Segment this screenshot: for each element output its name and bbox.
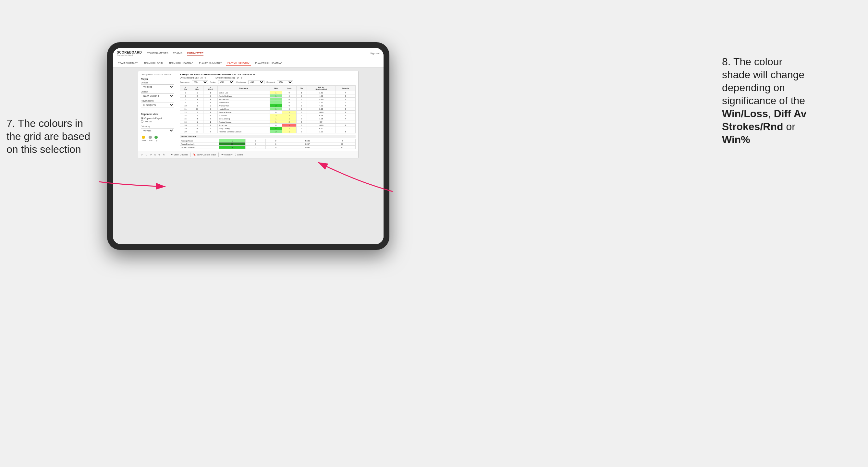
cell-reg: 2 <box>191 124 204 127</box>
cell-rounds: 9 <box>336 114 355 117</box>
cell-loss: 0 <box>282 94 296 98</box>
view-original-btn[interactable]: 👁 View: Original <box>171 154 188 156</box>
sub-nav-player-h2h-heatmap[interactable]: PLAYER H2H HEATMAP <box>254 61 284 65</box>
sign-out[interactable]: Sign out <box>370 52 380 55</box>
cell-conf: 3 <box>204 104 217 107</box>
main-data-table: #Div #Reg #Conf Opponent Win Loss Tie Di… <box>180 85 355 133</box>
annotation-right-bold1: Win/Loss <box>722 108 768 119</box>
cell-tie: 0 <box>296 98 307 101</box>
col-loss: Loss <box>282 86 296 91</box>
region-filter[interactable]: (All) <box>218 80 234 84</box>
cell-loss: 1 <box>282 130 296 133</box>
sub-nav-team-h2h-grid[interactable]: TEAM H2H GRID <box>143 61 164 65</box>
opponent-filter[interactable]: (All) <box>277 80 293 84</box>
cell-diff: 1.33 <box>307 130 336 133</box>
nav-committee[interactable]: COMMITTEE <box>187 51 204 56</box>
ood-win: 15 <box>219 143 246 146</box>
cell-rounds: 6 <box>336 130 355 133</box>
radio-opponents-circle <box>141 117 144 119</box>
annotation-right-line3: depending on <box>722 82 785 93</box>
cell-diff: 1.25 <box>307 117 336 120</box>
player-section-title: Player <box>141 77 174 81</box>
nav-tournaments[interactable]: TOURNAMENTS <box>147 51 168 56</box>
sub-nav-team-h2h-heatmap[interactable]: TEAM H2H HEATMAP <box>167 61 195 65</box>
ood-opponent: NAIA Division 1 <box>180 143 219 146</box>
col-rounds: Rounds <box>336 86 355 91</box>
ood-diff: 4.500 <box>286 139 329 143</box>
cell-reg: 1 <box>191 91 204 94</box>
cell-rounds: 3 <box>336 94 355 98</box>
opponents-filter[interactable]: (All) <box>192 80 208 84</box>
player-rank-select[interactable]: 8. Katelyn Vo <box>141 102 174 107</box>
cell-div: 11 <box>180 107 191 111</box>
player-rank-label: Player (Rank) <box>141 100 174 102</box>
opponent-view-label: Opponent view <box>141 113 174 116</box>
bottom-toolbar: ↺ ↻ ↺ ⎘ ⊕ ⏱ 👁 View: Original 🔖 Save Cust… <box>138 151 358 158</box>
gender-label: Gender <box>141 82 174 84</box>
division-record: Division Record: 331 - 34 - 6 <box>215 76 242 79</box>
ood-table-row: NAIA Division 1 15 0 0 9.267 30 <box>180 143 355 146</box>
division-label: Division <box>141 91 174 93</box>
conference-filter-label: Conference <box>236 81 246 83</box>
cell-div: 19 <box>180 127 191 130</box>
cell-conf: 6 <box>204 127 217 130</box>
sub-nav-team-summary[interactable]: TEAM SUMMARY <box>117 61 139 65</box>
gender-select[interactable]: Women's <box>141 84 174 89</box>
cell-tie: 0 <box>296 104 307 107</box>
cell-tie: 1 <box>296 91 307 94</box>
table-row: 13 1 1 Jessica Huang 0 1 0 -3.00 2 <box>180 111 355 114</box>
division-select[interactable]: NCAA Division III <box>141 93 174 98</box>
nav-teams[interactable]: TEAMS <box>173 51 182 56</box>
cell-reg: 1 <box>191 111 204 114</box>
cell-div: 20 <box>180 130 191 133</box>
cell-opponent: Sharon Mun <box>217 101 270 104</box>
paste-btn[interactable]: ⊕ <box>158 154 160 156</box>
cell-loss: 1 <box>282 111 296 114</box>
cell-reg: 2 <box>191 94 204 98</box>
cell-div: 18 <box>180 124 191 127</box>
annotation-right-bold3: Win% <box>722 134 750 145</box>
colour-by-select[interactable]: Win/loss <box>141 128 174 133</box>
col-conf: #Conf <box>204 86 217 91</box>
cell-div: 13 <box>180 111 191 114</box>
cell-diff: 3.67 <box>307 101 336 104</box>
cell-opponent: Euna Lee <box>217 124 270 127</box>
eye-icon: 👁 <box>171 154 173 156</box>
cell-diff: 4.00 <box>307 94 336 98</box>
colour-by-label: Colour by <box>141 125 174 128</box>
radio-opponents[interactable]: Opponents Played <box>141 117 174 119</box>
ood-tie: 0 <box>266 139 286 143</box>
save-custom-btn[interactable]: 🔖 Save Custom View <box>193 154 216 156</box>
divider3 <box>218 153 219 157</box>
cell-reg: 8 <box>191 117 204 120</box>
right-annotation: 8. The colour shade will change dependin… <box>722 55 862 146</box>
undo-btn[interactable]: ↺ <box>141 154 143 156</box>
cell-conf: 4 <box>204 101 217 104</box>
cell-rounds: 2 <box>336 124 355 127</box>
table-row: 5 2 2 Alexis Sudjianto 1 0 0 4.00 3 <box>180 94 355 98</box>
conference-filter[interactable]: (All) <box>248 80 265 84</box>
annotation-right-line5: Strokes/Rnd <box>722 121 783 132</box>
share-btn[interactable]: ⤴ Share <box>235 154 243 156</box>
redo-btn[interactable]: ↻ <box>145 154 147 156</box>
cell-div: 10 <box>180 104 191 107</box>
sub-nav-player-h2h-grid[interactable]: PLAYER H2H GRID <box>226 61 251 66</box>
table-row: 15 8 5 Stella Cheng 1 1 0 1.25 4 <box>180 117 355 120</box>
cell-conf: 1 <box>204 91 217 94</box>
cell-reg: 3 <box>191 98 204 101</box>
cell-win: 0 <box>270 111 282 114</box>
main-content: Last Updated: 27/03/2024 16:55:38 Player… <box>113 67 383 244</box>
clock-btn[interactable]: ⏱ <box>163 154 165 156</box>
cell-tie: 0 <box>296 107 307 111</box>
cell-loss: 0 <box>282 91 296 94</box>
radio-top100[interactable]: Top 100 <box>141 120 174 123</box>
cell-win: 1 <box>270 98 282 101</box>
redo2-btn[interactable]: ↺ <box>150 154 152 156</box>
sub-nav-player-summary[interactable]: PLAYER SUMMARY <box>198 61 223 65</box>
divider2 <box>190 153 190 157</box>
annotation-right-bold2: Diff Av <box>774 108 807 119</box>
watch-btn[interactable]: 👁 Watch ▾ <box>221 154 232 156</box>
watch-icon: 👁 <box>221 154 224 156</box>
annotation-right-line2: shade will change <box>722 69 804 81</box>
copy-btn[interactable]: ⎘ <box>154 154 156 156</box>
